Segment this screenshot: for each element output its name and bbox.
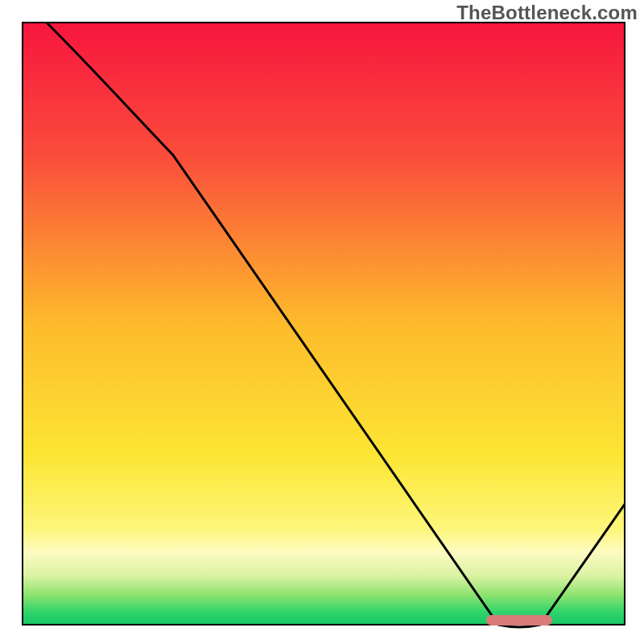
optimal-range-marker (486, 615, 552, 625)
plot-background (23, 23, 625, 625)
chart-svg (0, 0, 644, 644)
chart-container: TheBottleneck.com (0, 0, 644, 644)
watermark-text: TheBottleneck.com (456, 2, 638, 24)
